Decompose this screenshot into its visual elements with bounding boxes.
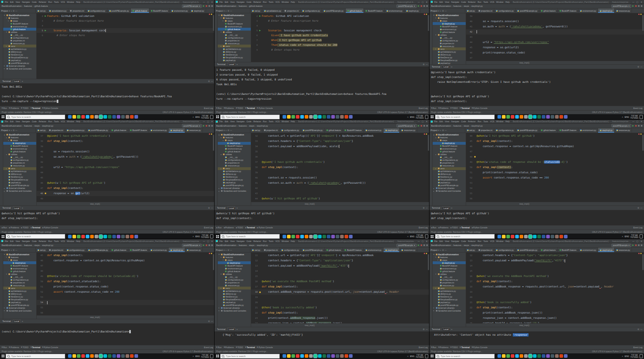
tree-item[interactable]: ▾utilities bbox=[3, 273, 36, 275]
taskbar-app-icon[interactable] bbox=[345, 115, 348, 119]
start-button[interactable] bbox=[216, 115, 219, 119]
editor-line[interactable]: 41 se.auth = auth = ('rahulshettyacademy… bbox=[37, 154, 215, 160]
tray-language[interactable]: ENG bbox=[625, 116, 629, 118]
taskbar-app-icon[interactable] bbox=[314, 235, 317, 238]
terminal-tab-terminal[interactable]: Terminal bbox=[431, 207, 441, 209]
tab-bookapi-feature[interactable]: BookAPI.feature bbox=[343, 128, 363, 133]
taskbar-app-icon[interactable] bbox=[327, 235, 330, 238]
editor-line[interactable]: 2Feature: GitHub API validation bbox=[37, 14, 215, 18]
tab-github-feature[interactable]: github.feature bbox=[539, 128, 558, 133]
tree-item[interactable]: ▾features bbox=[218, 256, 251, 258]
tree-item[interactable]: fileuploadDemo.py bbox=[218, 56, 251, 59]
taskbar-app-icon[interactable] bbox=[117, 235, 120, 238]
tab-postapiexample-py[interactable]: postAPIExample.py bbox=[107, 8, 131, 13]
breadcrumb-item[interactable]: BackEndAutomation bbox=[2, 125, 22, 127]
tree-item[interactable]: configurations.py bbox=[3, 159, 36, 162]
breadcrumb-item[interactable]: BackEndAutomation bbox=[2, 5, 22, 7]
taskbar-app-icon[interactable] bbox=[86, 354, 89, 358]
tree-item[interactable]: github.feature bbox=[218, 28, 251, 31]
tree-item[interactable]: properties.ini bbox=[218, 39, 251, 42]
taskbar-app-icon[interactable] bbox=[300, 115, 304, 119]
taskbar-app-icon[interactable] bbox=[309, 235, 313, 238]
tree-item[interactable]: payload.py bbox=[218, 59, 251, 62]
tray-chevron-icon[interactable]: ㅅ bbox=[192, 235, 194, 238]
breadcrumb-item[interactable]: features bbox=[452, 5, 462, 7]
taskbar-app-icon[interactable] bbox=[515, 235, 519, 238]
chevron-right-icon[interactable]: ▸ bbox=[4, 68, 6, 70]
taskbar-app-icon[interactable] bbox=[117, 115, 120, 119]
editor-line[interactable]: 15 bbox=[251, 274, 429, 279]
coverage-button[interactable] bbox=[423, 244, 425, 246]
menu-item-navigate[interactable]: Navigate bbox=[451, 1, 460, 3]
menu-item-vcs[interactable]: VCS bbox=[275, 1, 280, 3]
terminal-output[interactable]: AttributeError: 'Context' object has no … bbox=[429, 332, 644, 345]
search-input[interactable] bbox=[225, 115, 278, 119]
taskbar-app-icon[interactable] bbox=[524, 235, 528, 238]
chevron-down-icon[interactable]: ▾ bbox=[4, 14, 6, 16]
chevron-down-icon[interactable]: ▾ bbox=[6, 17, 8, 19]
event-log-button[interactable]: Event Log bbox=[204, 346, 213, 349]
chevron-right-icon[interactable]: ▸ bbox=[433, 187, 435, 189]
toolwindow-button-run[interactable]: Run bbox=[216, 346, 221, 349]
tree-item[interactable]: configurations.py bbox=[433, 159, 466, 162]
menu-item-edit[interactable]: Edit bbox=[10, 240, 14, 242]
taskbar-app-icon[interactable] bbox=[349, 115, 353, 119]
tree-item[interactable]: payload.py bbox=[218, 301, 251, 304]
tree-item[interactable]: properties.ini bbox=[3, 162, 36, 164]
editor-line[interactable]: 49 bbox=[37, 196, 215, 201]
chevron-down-icon[interactable]: ▾ bbox=[6, 273, 8, 275]
tab-bookapi-feature[interactable]: BookAPI.feature bbox=[558, 128, 578, 133]
add-icon[interactable]: + bbox=[11, 10, 12, 12]
taskbar-app-icon[interactable] bbox=[542, 115, 545, 119]
run-gutter-icon[interactable] bbox=[44, 14, 47, 18]
editor-line[interactable]: 45def step_impl(context): bbox=[251, 201, 429, 202]
event-log-button[interactable]: Event Log bbox=[633, 226, 642, 229]
tray-language[interactable]: ENG bbox=[195, 355, 200, 357]
editor-scrollbar[interactable] bbox=[428, 15, 429, 31]
menu-item-help[interactable]: Help bbox=[290, 1, 295, 3]
taskbar-app-icon[interactable] bbox=[287, 354, 291, 358]
taskbar-app-icon[interactable] bbox=[322, 235, 326, 238]
inspection-widget[interactable] bbox=[424, 14, 427, 15]
notification-icon[interactable] bbox=[425, 234, 428, 238]
breadcrumb-item[interactable]: stepImpl.py bbox=[41, 125, 54, 127]
editor-line[interactable]: 47 bbox=[466, 149, 644, 154]
terminal-output[interactable]: @when(u'I hit getRepo API of github')def… bbox=[0, 210, 215, 225]
debug-button[interactable] bbox=[206, 5, 207, 7]
search-input[interactable] bbox=[10, 235, 64, 238]
tab-postapiexample-py[interactable]: postAPIExample.py bbox=[322, 8, 346, 13]
editor-line[interactable]: 40 se = requests.session() bbox=[37, 149, 215, 154]
breadcrumb-item[interactable]: features bbox=[23, 244, 32, 246]
terminal-output[interactable]: Took 0m1.081s (venv) C:\Users\Owner\Pych… bbox=[0, 84, 215, 106]
tab-github-feature[interactable]: github.feature bbox=[539, 8, 558, 13]
gear-icon[interactable]: ⚙ bbox=[638, 66, 639, 68]
tree-item[interactable]: ▸venv bbox=[3, 167, 36, 170]
taskbar-app-icon[interactable] bbox=[502, 115, 506, 119]
menu-item-window[interactable]: Window bbox=[281, 240, 289, 242]
lightbulb-icon[interactable] bbox=[44, 191, 47, 196]
chevron-right-icon[interactable]: ▸ bbox=[436, 48, 437, 50]
tab-resources-py[interactable]: resources.py bbox=[400, 128, 417, 133]
tree-item[interactable]: ▾utilities bbox=[3, 31, 36, 33]
tab-postapiexample-py[interactable]: postAPIExample.py bbox=[301, 128, 325, 133]
menu-item-file[interactable]: File bbox=[4, 1, 8, 3]
gear-icon[interactable]: ⚙ bbox=[13, 10, 14, 12]
editor-line[interactable]: 55 bbox=[466, 191, 644, 196]
gear-icon[interactable]: ⚙ bbox=[423, 207, 424, 209]
tab-environment-py[interactable]: environment.py bbox=[578, 128, 598, 133]
menu-item-run[interactable]: Run bbox=[48, 1, 52, 3]
toolwindow-button-terminal[interactable]: Terminal bbox=[245, 226, 255, 229]
taskbar-app-icon[interactable] bbox=[81, 354, 85, 358]
tree-item[interactable]: ▾steps bbox=[3, 139, 36, 142]
tree-item[interactable]: ▸venv bbox=[218, 45, 251, 47]
toolwindow-button-terminal[interactable]: Terminal bbox=[460, 107, 469, 109]
tab-configurations-py[interactable]: configurations.py bbox=[301, 8, 322, 13]
taskbar-app-icon[interactable] bbox=[283, 235, 286, 238]
toolwindow-button-python-console[interactable]: Python Console bbox=[257, 346, 272, 349]
tree-item[interactable]: ▸venv bbox=[218, 287, 251, 289]
taskbar-app-icon[interactable] bbox=[77, 354, 80, 358]
close-button[interactable]: ✕ bbox=[425, 240, 428, 242]
coverage-button[interactable] bbox=[423, 125, 425, 127]
notification-icon[interactable] bbox=[640, 115, 643, 119]
code-editor[interactable]: 45def step_impl(context):46 context.resp… bbox=[37, 252, 215, 315]
